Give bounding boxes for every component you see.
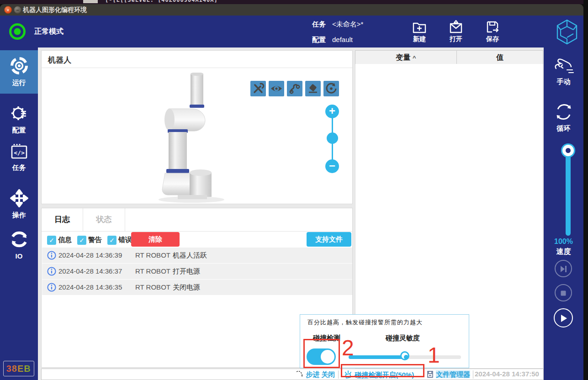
zoom-out-button[interactable]: − — [325, 159, 339, 173]
speed-label: 速度 — [544, 247, 583, 257]
viewport-eraser-button[interactable] — [305, 81, 321, 96]
filter-error-label: 错误 — [118, 236, 132, 244]
file-manager-button[interactable]: 文件管理器 — [426, 370, 470, 379]
tab-log[interactable]: 日志 — [42, 208, 83, 231]
clear-log-button[interactable]: 清除 — [131, 232, 180, 247]
sidebar-item-io-label: IO — [0, 252, 38, 260]
collision-settings-popup: 百分比越高，触发碰撞报警所需的力越大 碰撞检测 碰撞灵敏度 — [300, 314, 469, 368]
viewport-path-button[interactable] — [287, 81, 302, 96]
background-window-fragment — [83, 0, 98, 3]
robot-arm-3d-view[interactable] — [151, 73, 233, 204]
save-task-label: 保存 — [479, 35, 506, 43]
log-message: 机器人活跃 — [173, 251, 207, 260]
sidebar-item-task-label: 任务 — [0, 164, 38, 172]
collision-detection-toggle[interactable] — [307, 348, 336, 365]
viewport-reset-view-button[interactable] — [323, 81, 339, 96]
move-arrows-icon — [9, 188, 29, 208]
mode-label: 正常模式 — [34, 27, 64, 37]
sidebar-item-run[interactable]: 运行 — [0, 56, 38, 87]
panel-divider — [42, 68, 352, 68]
window-minimize-button[interactable]: − — [14, 6, 21, 14]
divider — [338, 370, 339, 379]
filter-error-checkbox[interactable]: ✓ — [107, 236, 117, 245]
config-row: 配置default — [312, 36, 353, 44]
open-envelope-icon — [448, 19, 464, 35]
log-time: 2024-04-28 14:36:39 — [58, 251, 122, 259]
step-forward-button[interactable] — [555, 260, 572, 277]
app-header: 正常模式 任务<未命名>* 配置default 新建 打开 — [0, 16, 583, 48]
speed-slider-track[interactable] — [566, 146, 571, 236]
step-arrow-icon — [296, 370, 304, 378]
tab-divider — [42, 231, 352, 232]
io-arrows-icon — [9, 229, 29, 249]
config-value: default — [332, 36, 353, 43]
slider-fill — [349, 355, 405, 359]
manual-mode-label: 手动 — [544, 78, 583, 86]
new-task-button[interactable]: 新建 — [406, 18, 433, 46]
save-task-button[interactable]: 保存 — [479, 18, 506, 46]
collision-sensitivity-slider[interactable] — [349, 355, 461, 359]
log-time: 2024-04-28 14:36:37 — [58, 267, 122, 275]
status-green-dot — [14, 28, 21, 35]
log-source: RT ROBOT — [135, 251, 170, 259]
sidebar-item-task[interactable]: </> 任务 — [0, 142, 38, 172]
collision-status[interactable]: 碰撞检测开启(50%) — [344, 370, 414, 379]
play-button[interactable] — [554, 308, 573, 327]
status-code-badge: 38EB — [3, 361, 34, 376]
new-task-label: 新建 — [406, 35, 433, 43]
sidebar-item-io[interactable]: IO — [0, 229, 38, 260]
zoom-in-button[interactable]: + — [325, 105, 339, 118]
sort-caret-icon: ^ — [413, 54, 416, 61]
variables-header-label: 变量 — [396, 53, 410, 61]
loop-mode-button[interactable]: 循环 — [544, 101, 583, 133]
divider — [473, 370, 473, 379]
save-floppy-icon — [485, 19, 500, 35]
window-title: 机器人图形化编程环境 — [23, 6, 87, 14]
task-label: 任务 — [312, 20, 326, 28]
support-files-button[interactable]: 支持文件 — [307, 232, 351, 247]
info-icon — [47, 251, 56, 260]
filter-info-checkbox[interactable]: ✓ — [47, 236, 56, 245]
speed-value: 100% — [544, 238, 583, 246]
left-sidebar: 运行 配置 </> 任务 — [0, 48, 38, 380]
manual-mode-button[interactable]: 手动 — [544, 58, 583, 86]
sidebar-item-operate-label: 操作 — [0, 211, 38, 220]
gear-icon — [9, 103, 29, 123]
log-source: RT ROBOT — [135, 283, 170, 291]
new-folder-icon — [412, 19, 427, 35]
step-mode-status[interactable]: 步进 关闭 — [296, 370, 335, 379]
sidebar-item-config[interactable]: 配置 — [0, 103, 38, 135]
tools-icon — [252, 82, 265, 95]
eye-icon — [270, 82, 283, 95]
stop-button[interactable] — [555, 284, 572, 301]
info-icon — [47, 267, 56, 276]
loop-icon — [553, 101, 574, 122]
collision-icon — [344, 370, 353, 379]
open-task-button[interactable]: 打开 — [442, 18, 470, 46]
viewport-tools-button[interactable] — [250, 81, 266, 96]
filter-info-label: 信息 — [58, 236, 72, 244]
sidebar-item-operate[interactable]: 操作 — [0, 188, 38, 220]
sidebar-item-run-label: 运行 — [0, 79, 38, 87]
filter-warning-checkbox[interactable]: ✓ — [77, 236, 86, 245]
viewport-visibility-button[interactable] — [269, 81, 284, 96]
robot-panel-title: 机器人 — [48, 55, 71, 65]
collision-hint-text: 百分比越高，触发碰撞报警所需的力越大 — [307, 318, 423, 327]
collision-toggle-label: 碰撞检测 — [313, 334, 340, 343]
status-bar: 步进 关闭 碰撞检测开启(50%) 文件管理器 2024-04-28 14:37… — [41, 369, 544, 380]
loop-mode-label: 循环 — [544, 124, 583, 133]
sidebar-item-config-label: 配置 — [0, 126, 38, 135]
variables-column-header[interactable]: 变量 ^ — [355, 50, 457, 64]
speed-slider-knob[interactable] — [562, 145, 574, 156]
value-column-header[interactable]: 值 — [456, 50, 543, 64]
config-label: 配置 — [312, 36, 326, 43]
mode-status-indicator — [9, 23, 26, 40]
log-message: 打开电源 — [173, 267, 200, 276]
window-close-button[interactable]: × — [4, 6, 12, 14]
tab-status[interactable]: 状态 — [83, 208, 125, 231]
toggle-knob — [321, 350, 334, 364]
stop-icon — [558, 288, 568, 298]
zoom-slider-knob[interactable] — [327, 132, 338, 144]
svg-text:</>: </> — [14, 149, 25, 156]
slider-knob[interactable] — [400, 351, 409, 360]
